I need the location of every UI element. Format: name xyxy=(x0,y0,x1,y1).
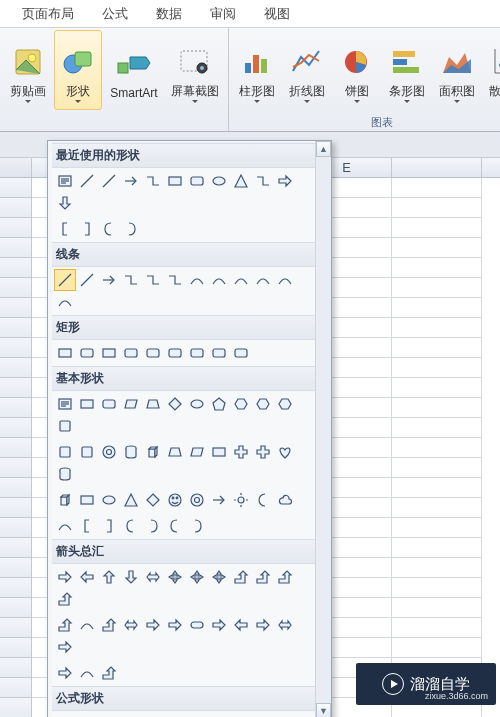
shape-curve[interactable] xyxy=(230,269,252,291)
shape-rrect[interactable] xyxy=(120,342,142,364)
scroll-down-button[interactable]: ▼ xyxy=(316,703,331,717)
shape-cube[interactable] xyxy=(54,489,76,511)
shape-eq[interactable] xyxy=(142,713,164,717)
shape-cyl[interactable] xyxy=(54,463,76,485)
smartart-button[interactable]: SmartArt xyxy=(104,30,164,110)
shape-div[interactable] xyxy=(120,713,142,717)
shape-rb[interactable] xyxy=(186,515,208,537)
row-header[interactable] xyxy=(0,238,32,258)
row-header[interactable] xyxy=(0,578,32,598)
shape-rarrow[interactable] xyxy=(252,614,274,636)
row-header[interactable] xyxy=(0,458,32,478)
row-header[interactable] xyxy=(0,258,32,278)
row-header[interactable] xyxy=(0,298,32,318)
shape-neq[interactable] xyxy=(164,713,186,717)
cell[interactable] xyxy=(392,318,482,338)
shape-larrow[interactable] xyxy=(230,614,252,636)
shape-lb[interactable] xyxy=(164,515,186,537)
shape-donut[interactable] xyxy=(98,441,120,463)
shape-rect[interactable] xyxy=(164,170,186,192)
shape-curve[interactable] xyxy=(54,291,76,313)
shape-rect[interactable] xyxy=(76,393,98,415)
shape-line[interactable] xyxy=(98,170,120,192)
shape-rb[interactable] xyxy=(142,515,164,537)
cell[interactable] xyxy=(392,558,482,578)
shape-curve[interactable] xyxy=(252,269,274,291)
cell[interactable] xyxy=(392,618,482,638)
shape-heart[interactable] xyxy=(274,441,296,463)
clipart-button[interactable]: 剪贴画 xyxy=(4,30,52,110)
cell[interactable] xyxy=(392,458,482,478)
row-header[interactable] xyxy=(0,598,32,618)
cell[interactable] xyxy=(392,638,482,658)
cell[interactable] xyxy=(392,198,482,218)
shape-lbr[interactable] xyxy=(54,218,76,240)
shape-uarrow[interactable] xyxy=(98,566,120,588)
cell[interactable] xyxy=(392,218,482,238)
pie-chart-button[interactable]: 饼图 xyxy=(333,30,381,110)
tab-view[interactable]: 视图 xyxy=(250,0,304,27)
shape-sun[interactable] xyxy=(230,489,252,511)
shape-textbox[interactable] xyxy=(54,393,76,415)
cell[interactable] xyxy=(392,538,482,558)
row-header[interactable] xyxy=(0,658,32,678)
shape-can[interactable] xyxy=(54,441,76,463)
shape-rarrow[interactable] xyxy=(164,614,186,636)
cell[interactable] xyxy=(392,398,482,418)
row-header[interactable] xyxy=(0,558,32,578)
shape-diamond[interactable] xyxy=(142,489,164,511)
shape-bent[interactable] xyxy=(274,566,296,588)
cell[interactable] xyxy=(392,278,482,298)
shape-rarrow[interactable] xyxy=(208,614,230,636)
shape-lb[interactable] xyxy=(98,218,120,240)
shape-darrow[interactable] xyxy=(120,566,142,588)
shape-can[interactable] xyxy=(76,441,98,463)
row-header[interactable] xyxy=(0,698,32,717)
shape-larrow[interactable] xyxy=(76,566,98,588)
shape-rrect[interactable] xyxy=(142,342,164,364)
shape-lrarrow[interactable] xyxy=(142,566,164,588)
cell[interactable] xyxy=(392,578,482,598)
shape-cyl[interactable] xyxy=(120,441,142,463)
shape-arrow[interactable] xyxy=(208,489,230,511)
shapes-button[interactable]: 形状 xyxy=(54,30,102,110)
row-header[interactable] xyxy=(0,618,32,638)
cell[interactable] xyxy=(392,258,482,278)
shape-can[interactable] xyxy=(54,415,76,437)
shape-rect[interactable] xyxy=(76,489,98,511)
shape-arrow[interactable] xyxy=(120,170,142,192)
column-chart-button[interactable]: 柱形图 xyxy=(233,30,281,110)
tab-data[interactable]: 数据 xyxy=(142,0,196,27)
shape-pent[interactable] xyxy=(208,393,230,415)
scroll-up-button[interactable]: ▲ xyxy=(316,141,331,157)
shape-tri[interactable] xyxy=(120,489,142,511)
shape-diamond[interactable] xyxy=(164,393,186,415)
shape-oval[interactable] xyxy=(98,489,120,511)
shape-conn[interactable] xyxy=(252,170,274,192)
shape-lbr[interactable] xyxy=(76,515,98,537)
shape-rarrow[interactable] xyxy=(54,566,76,588)
row-header[interactable] xyxy=(0,498,32,518)
shape-trap[interactable] xyxy=(142,393,164,415)
cell[interactable] xyxy=(392,298,482,318)
screenshot-button[interactable]: 屏幕截图 xyxy=(166,30,224,110)
shape-conn[interactable] xyxy=(120,269,142,291)
cell[interactable] xyxy=(392,338,482,358)
shape-cube[interactable] xyxy=(142,441,164,463)
scatter-chart-button[interactable]: 散点图 xyxy=(483,30,500,110)
shape-rect[interactable] xyxy=(208,441,230,463)
shape-plus[interactable] xyxy=(54,713,76,717)
shape-plus[interactable] xyxy=(230,441,252,463)
shape-rrect[interactable] xyxy=(186,342,208,364)
shape-rrect[interactable] xyxy=(208,342,230,364)
shape-arrow[interactable] xyxy=(98,269,120,291)
row-header[interactable] xyxy=(0,438,32,458)
shape-quad[interactable] xyxy=(164,566,186,588)
select-all-corner[interactable] xyxy=(0,158,32,177)
shape-hex[interactable] xyxy=(274,393,296,415)
row-header[interactable] xyxy=(0,678,32,698)
bar-chart-button[interactable]: 条形图 xyxy=(383,30,431,110)
row-header[interactable] xyxy=(0,638,32,658)
shape-line[interactable] xyxy=(54,269,76,291)
row-header[interactable] xyxy=(0,318,32,338)
